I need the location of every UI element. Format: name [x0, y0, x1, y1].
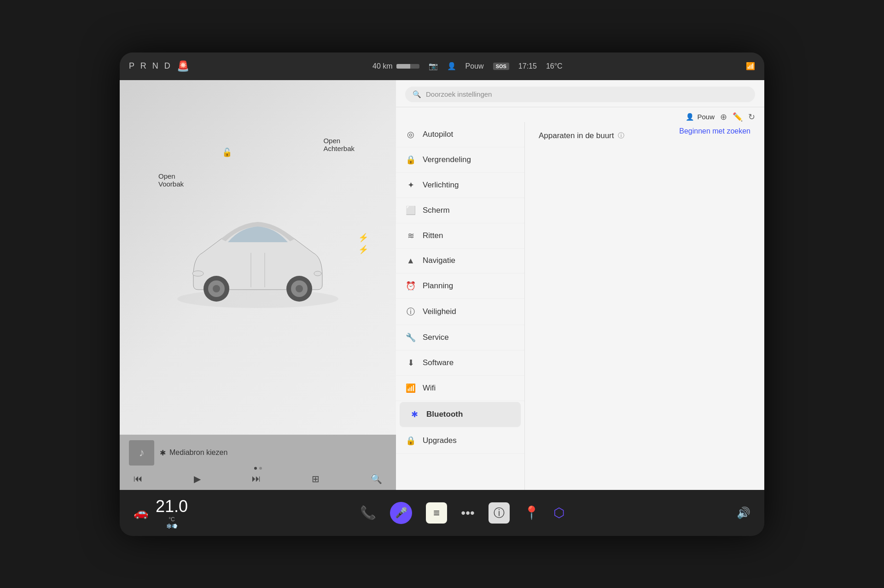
- media-dots: [129, 467, 387, 472]
- range-bar-fill: [396, 64, 410, 69]
- bluetooth-label: Bluetooth: [426, 410, 463, 419]
- autopilot-icon: ◎: [405, 129, 416, 140]
- scherm-icon: ⬜: [405, 205, 416, 215]
- maps-button[interactable]: 📍: [523, 505, 540, 520]
- camera-icon: 📷: [429, 62, 438, 70]
- settings-menu: ◎ Autopilot 🔒 Vergrendeling ✦ Verlichtin…: [396, 122, 525, 490]
- menu-item-autopilot[interactable]: ◎ Autopilot: [396, 122, 524, 147]
- search-media-button[interactable]: 🔍: [371, 473, 382, 484]
- prev-button[interactable]: ⏮: [134, 473, 143, 484]
- search-bar[interactable]: 🔍 Doorzoek instellingen: [405, 87, 755, 102]
- sos-badge[interactable]: SOS: [493, 63, 509, 70]
- volume-icon[interactable]: 🔊: [737, 506, 750, 519]
- temperature-container: 21.0 °C ❄️💨: [156, 497, 188, 529]
- profile-action-3[interactable]: ↻: [748, 112, 755, 122]
- verlichting-label: Verlichting: [423, 180, 459, 190]
- notes-icon: ≡: [433, 506, 440, 519]
- media-player: ♪ ✱ Mediabron kiezen ⏮ ▶ ⏭ ⊞ 🔍: [120, 435, 396, 490]
- profile-name: Pouw: [697, 113, 715, 121]
- bluetooth-content: Apparaten in de buurt ⓘ Beginnen met zoe…: [525, 122, 764, 490]
- charge-bolt-2: ⚡: [358, 245, 368, 255]
- veiligheid-label: Veiligheid: [423, 307, 456, 316]
- profile-info: 👤 Pouw: [686, 113, 715, 121]
- menu-item-verlichting[interactable]: ✦ Verlichting: [396, 173, 524, 198]
- menu-item-bluetooth[interactable]: ✱ Bluetooth: [400, 402, 521, 427]
- veiligheid-icon: ⓘ: [405, 306, 416, 317]
- navigatie-icon: ▲: [405, 256, 416, 266]
- play-button[interactable]: ▶: [194, 473, 201, 484]
- voorbak-text: Voorbak: [158, 180, 184, 188]
- verlichting-icon: ✦: [405, 180, 416, 190]
- menu-item-navigatie[interactable]: ▲ Navigatie: [396, 249, 524, 274]
- info-task-icon: ⓘ: [494, 506, 505, 520]
- prnd-indicator: P R N D: [129, 61, 172, 71]
- next-button[interactable]: ⏭: [252, 473, 261, 484]
- app-icon: ⬡: [553, 506, 564, 520]
- seatbelt-icon: 🚨: [177, 60, 189, 72]
- dots-button[interactable]: •••: [461, 506, 474, 520]
- status-bar: P R N D 🚨 40 km 📷 👤 Pouw SOS 17:15 16°C …: [120, 52, 764, 80]
- left-panel: Open Voorbak Open Achterbak 🔓: [120, 80, 396, 490]
- mic-icon: 🎤: [395, 507, 407, 519]
- settings-body: ◎ Autopilot 🔒 Vergrendeling ✦ Verlichtin…: [396, 122, 764, 490]
- menu-item-planning[interactable]: ⏰ Planning: [396, 274, 524, 299]
- range-bar: [396, 64, 419, 69]
- info-icon[interactable]: ⓘ: [618, 132, 624, 140]
- app-button[interactable]: ⬡: [553, 505, 564, 520]
- wifi-icon: 📶: [405, 383, 416, 393]
- bluetooth-icon: ✱: [409, 409, 420, 419]
- menu-item-wifi[interactable]: 📶 Wifi: [396, 376, 524, 401]
- navigatie-label: Navigatie: [423, 256, 455, 265]
- tesla-screen: P R N D 🚨 40 km 📷 👤 Pouw SOS 17:15 16°C …: [120, 52, 764, 536]
- menu-item-service[interactable]: 🔧 Service: [396, 325, 524, 350]
- svg-point-3: [213, 285, 220, 292]
- phone-button[interactable]: 📞: [360, 505, 376, 520]
- lock-icon-car: 🔓: [222, 147, 232, 157]
- charge-icons: ⚡ ⚡: [358, 233, 368, 255]
- bluetooth-media-icon: ✱: [160, 448, 166, 457]
- scherm-label: Scherm: [423, 206, 450, 215]
- svg-point-7: [192, 271, 204, 276]
- service-label: Service: [423, 333, 449, 342]
- profile-icon-top: 👤: [447, 62, 456, 70]
- search-icon: 🔍: [413, 90, 421, 99]
- profile-row: 👤 Pouw ⊕ ✏️ ↻: [396, 107, 764, 122]
- status-center: 40 km 📷 👤 Pouw SOS 17:15 16°C: [372, 62, 563, 70]
- service-icon: 🔧: [405, 332, 416, 343]
- menu-item-veiligheid[interactable]: ⓘ Veiligheid: [396, 299, 524, 325]
- planning-icon: ⏰: [405, 281, 416, 291]
- main-content: Open Voorbak Open Achterbak 🔓: [120, 80, 764, 490]
- media-source-label: Mediabron kiezen: [169, 448, 227, 457]
- settings-header: 🔍 Doorzoek instellingen: [396, 80, 764, 107]
- menu-item-vergrendeling[interactable]: 🔒 Vergrendeling: [396, 147, 524, 173]
- notes-button[interactable]: ≡: [426, 502, 447, 524]
- car-task-icon[interactable]: 🚗: [134, 506, 148, 520]
- upgrades-label: Upgrades: [423, 436, 457, 445]
- music-icon-box: ♪: [129, 440, 154, 466]
- begin-zoeken-button[interactable]: Beginnen met zoeken: [679, 127, 750, 135]
- vergrendeling-icon: 🔒: [405, 155, 416, 165]
- temp-display-top: 16°C: [546, 62, 563, 70]
- menu-item-scherm[interactable]: ⬜ Scherm: [396, 198, 524, 223]
- menu-item-upgrades[interactable]: 🔒 Upgrades: [396, 428, 524, 454]
- temperature-value: 21.0: [156, 497, 188, 516]
- profile-action-1[interactable]: ⊕: [720, 112, 727, 122]
- taskbar: 🚗 21.0 °C ❄️💨 📞 🎤 ≡ ••• ⓘ: [120, 490, 764, 536]
- achterbak-label[interactable]: Open Achterbak: [323, 137, 355, 152]
- profile-action-2[interactable]: ✏️: [733, 112, 743, 122]
- voice-button[interactable]: 🎤: [390, 502, 412, 524]
- menu-item-ritten[interactable]: ≋ Ritten: [396, 223, 524, 249]
- planning-label: Planning: [423, 281, 453, 291]
- status-right: 📶: [746, 62, 755, 70]
- voorbak-label[interactable]: Open Voorbak: [158, 172, 184, 188]
- maps-icon: 📍: [523, 506, 540, 520]
- upgrades-icon: 🔒: [405, 436, 416, 446]
- menu-item-software[interactable]: ⬇ Software: [396, 350, 524, 376]
- ritten-icon: ≋: [405, 231, 416, 241]
- media-source[interactable]: ✱ Mediabron kiezen: [160, 448, 227, 457]
- vergrendeling-label: Vergrendeling: [423, 155, 471, 164]
- info-task-button[interactable]: ⓘ: [489, 502, 510, 524]
- equalizer-button[interactable]: ⊞: [312, 473, 320, 484]
- taskbar-center: 📞 🎤 ≡ ••• ⓘ 📍 ⬡: [197, 502, 727, 524]
- svg-point-8: [314, 271, 321, 276]
